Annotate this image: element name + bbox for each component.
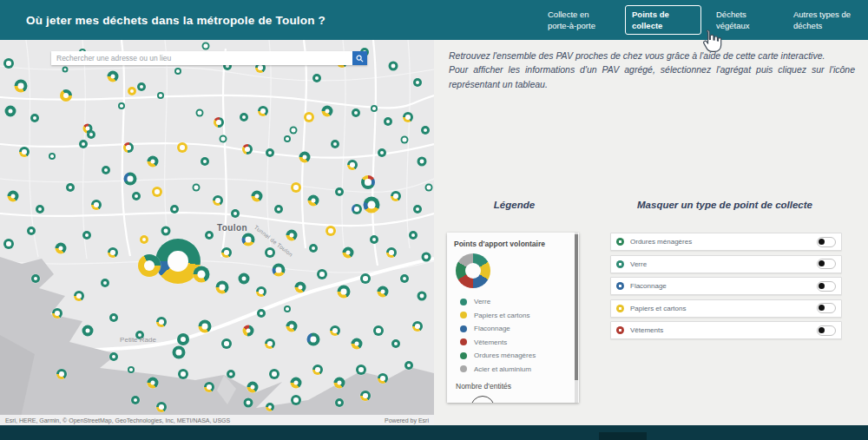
search-input[interactable]	[51, 51, 352, 65]
map-marker[interactable]	[240, 113, 248, 121]
map-marker[interactable]	[330, 325, 340, 336]
map-marker[interactable]	[82, 231, 91, 240]
map-marker[interactable]	[36, 205, 44, 213]
map-marker[interactable]	[378, 148, 386, 157]
map-marker[interactable]	[5, 106, 16, 117]
map-marker[interactable]	[128, 87, 136, 95]
map-marker[interactable]	[338, 286, 351, 299]
map-marker[interactable]	[204, 382, 214, 392]
map-marker[interactable]	[352, 108, 360, 117]
map-marker[interactable]	[378, 373, 388, 384]
map-marker[interactable]	[177, 333, 189, 345]
map-marker[interactable]	[60, 89, 72, 102]
toggle-row[interactable]: Vêtements	[610, 321, 842, 339]
map-marker[interactable]	[371, 105, 378, 112]
map-marker[interactable]	[409, 231, 418, 240]
map-marker[interactable]	[312, 364, 323, 375]
map-marker[interactable]	[132, 192, 141, 200]
map-marker[interactable]	[52, 308, 62, 319]
map-marker[interactable]	[413, 205, 422, 213]
map-marker[interactable]	[231, 209, 240, 218]
toggle-row[interactable]: Papiers et cartons	[610, 299, 842, 318]
map-marker[interactable]	[404, 361, 413, 370]
map-marker[interactable]	[265, 247, 275, 258]
map-marker[interactable]	[266, 148, 274, 157]
map-marker[interactable]	[308, 195, 319, 207]
map-marker[interactable]	[82, 325, 94, 337]
map-marker[interactable]	[56, 243, 67, 254]
nav-item[interactable]: Points de collecte	[625, 5, 701, 36]
nav-item[interactable]: Déchets végétaux	[716, 9, 779, 32]
map-marker[interactable]	[83, 124, 93, 134]
map-marker[interactable]	[156, 402, 167, 412]
map-marker[interactable]	[347, 160, 358, 170]
map-marker[interactable]	[152, 187, 162, 197]
map-marker[interactable]	[244, 398, 253, 408]
map-marker[interactable]	[91, 200, 102, 210]
map-marker[interactable]	[334, 378, 345, 389]
map-marker[interactable]	[418, 292, 427, 301]
map-marker[interactable]	[239, 273, 250, 285]
map-marker[interactable]	[19, 147, 30, 157]
map-marker[interactable]	[284, 135, 291, 142]
map-marker[interactable]	[131, 396, 140, 404]
map-marker[interactable]	[322, 106, 333, 117]
map-marker[interactable]	[56, 369, 67, 379]
map-marker[interactable]	[343, 247, 354, 259]
map-marker[interactable]	[361, 175, 375, 189]
map-marker[interactable]	[3, 58, 14, 69]
toggle-switch[interactable]	[817, 303, 836, 313]
map-marker[interactable]	[284, 305, 291, 312]
map-marker[interactable]	[317, 269, 327, 279]
legend-card[interactable]: Points d'apport volontaire VerrePapiers …	[447, 233, 579, 403]
map-marker[interactable]	[109, 352, 118, 361]
map-marker[interactable]	[49, 153, 56, 160]
map-marker[interactable]	[170, 205, 179, 213]
map-marker[interactable]	[326, 226, 336, 236]
toggle-switch[interactable]	[817, 281, 836, 292]
map-marker[interactable]	[101, 279, 109, 287]
map-marker[interactable]	[291, 182, 301, 193]
map-marker[interactable]	[66, 183, 75, 192]
map-marker[interactable]	[265, 338, 275, 349]
map-marker[interactable]	[384, 117, 392, 126]
map-marker[interactable]	[138, 254, 161, 277]
map-marker[interactable]	[174, 68, 181, 75]
map-marker[interactable]	[202, 43, 210, 50]
map-marker[interactable]	[27, 227, 36, 235]
map-marker[interactable]	[247, 382, 259, 393]
map-marker[interactable]	[307, 333, 320, 346]
map-marker[interactable]	[74, 291, 84, 301]
map-marker[interactable]	[400, 274, 409, 283]
map-marker[interactable]	[242, 144, 253, 154]
toggle-row[interactable]: Flaconnage	[610, 277, 842, 295]
toggle-row[interactable]: Verre	[610, 255, 842, 273]
map-marker[interactable]	[286, 321, 298, 332]
toggle-switch[interactable]	[817, 237, 836, 247]
toggle-switch[interactable]	[817, 259, 836, 269]
map-marker[interactable]	[216, 281, 229, 294]
map-marker[interactable]	[220, 135, 227, 143]
toggle-row[interactable]: Ordures ménagères	[610, 233, 842, 251]
map-marker[interactable]	[269, 369, 279, 379]
map-marker[interactable]	[178, 369, 188, 379]
map-marker[interactable]	[421, 126, 430, 135]
map-marker[interactable]	[252, 191, 263, 202]
map-marker[interactable]	[391, 339, 400, 348]
map-marker[interactable]	[422, 253, 431, 262]
map-marker[interactable]	[412, 321, 423, 332]
map-marker[interactable]	[403, 112, 413, 122]
map-marker[interactable]	[123, 142, 134, 153]
map-marker[interactable]	[425, 184, 433, 192]
map-marker[interactable]	[79, 140, 88, 148]
map-marker[interactable]	[335, 187, 344, 196]
map-marker[interactable]	[378, 286, 389, 298]
map-marker[interactable]	[196, 109, 204, 117]
map-marker[interactable]	[157, 92, 164, 99]
map-marker[interactable]	[102, 166, 110, 174]
map-marker[interactable]	[389, 62, 398, 71]
map-marker[interactable]	[273, 264, 286, 277]
map-marker[interactable]	[386, 247, 397, 258]
map-marker[interactable]	[193, 184, 201, 192]
map-marker[interactable]	[413, 78, 422, 87]
